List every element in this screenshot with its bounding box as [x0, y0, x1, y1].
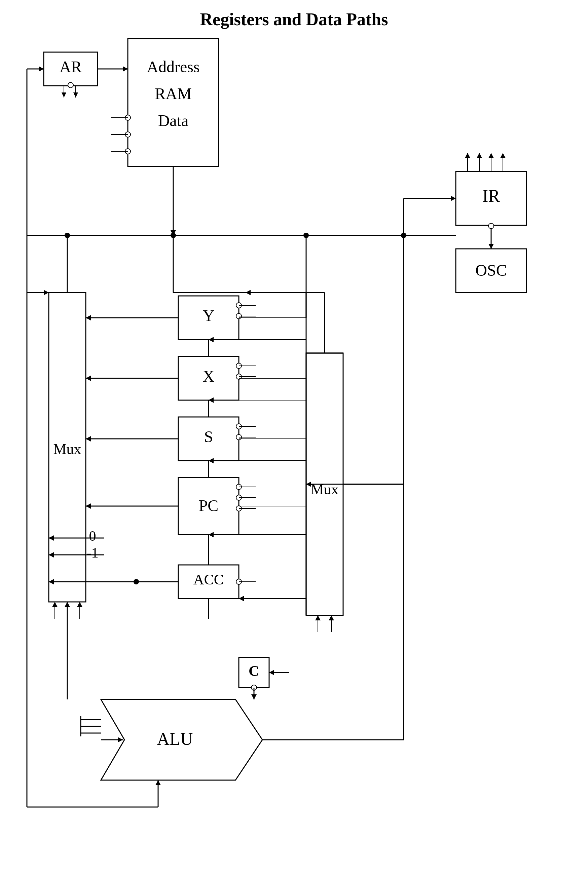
right-mux-in-1-arrow — [315, 615, 321, 620]
ram-label-1: Address — [147, 58, 200, 76]
y-to-mux-arrow — [86, 315, 91, 321]
ar-ctrl-2-arrow — [74, 93, 78, 97]
mux-left-in-1-arrow — [52, 602, 57, 607]
junction-910-700 — [303, 233, 309, 238]
ir-to-osc-arrow — [488, 244, 494, 249]
s-to-mux-arrow — [86, 436, 91, 442]
alu-label: ALU — [157, 729, 193, 749]
mux-right-label: Mux — [310, 481, 338, 497]
pc-label: PC — [199, 497, 219, 514]
c-to-alu-arrow — [251, 694, 256, 700]
right-mux-in-2-arrow — [328, 615, 334, 620]
mux-left-label: Mux — [53, 441, 81, 457]
alu-left-arrow — [118, 737, 123, 742]
c-label: C — [249, 663, 260, 679]
ram-label-3: Data — [158, 112, 189, 129]
ir-arrow-1 — [465, 153, 470, 158]
osc-label: OSC — [475, 261, 507, 279]
pc-to-mux-arrow — [86, 503, 91, 509]
y-label: Y — [203, 307, 214, 325]
junction-200-700 — [64, 233, 70, 238]
ir-out-circle — [488, 223, 494, 229]
ir-arrow-2 — [477, 153, 482, 158]
diagram-container: Registers and Data Paths AR Address RAM … — [0, 0, 588, 881]
ar-output-circle — [68, 82, 74, 88]
ar-to-ram-arrow — [123, 66, 128, 72]
bus-to-mux-top-arrow — [44, 290, 49, 295]
acc-label: ACC — [194, 571, 224, 588]
ir-label: IR — [482, 186, 500, 205]
minus-one-label: -1 — [87, 545, 99, 560]
s-label: S — [204, 428, 213, 445]
ar-ctrl-1-arrow — [62, 93, 66, 97]
ir-arrow-4 — [500, 153, 506, 158]
mux-left-in-3-arrow — [77, 602, 82, 607]
ram-label-2: RAM — [155, 85, 191, 103]
title: Registers and Data Paths — [200, 10, 388, 29]
alu-bot-arrow — [155, 780, 161, 785]
page: Registers and Data Paths AR Address RAM … — [0, 0, 588, 881]
bus-to-ir-arrow — [451, 196, 456, 201]
acc-from-bus-arrow — [239, 596, 244, 601]
ar-label: AR — [60, 58, 82, 76]
ir-arrow-3 — [488, 153, 494, 158]
x-label: X — [203, 367, 214, 385]
zero-label: 0 — [89, 528, 96, 544]
x-to-mux-arrow — [86, 376, 91, 381]
ar-left-arrow — [39, 66, 44, 72]
c-right-arrow — [269, 670, 274, 675]
